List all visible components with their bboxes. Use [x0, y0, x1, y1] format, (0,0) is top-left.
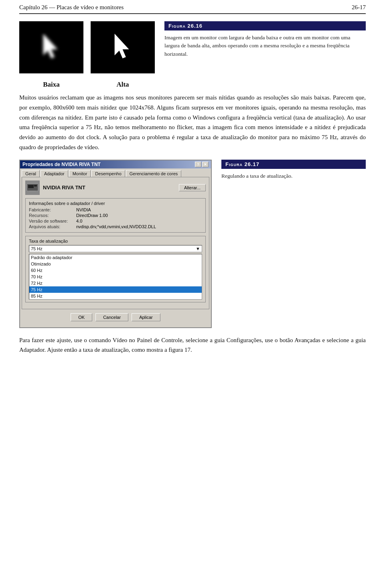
info-row-versao: Versão de software: 4.0	[29, 219, 202, 223]
taxa-item-otimizado[interactable]: Otimizado	[29, 261, 202, 267]
figure-17-title: Figura 26.17	[221, 160, 366, 169]
svg-rect-6	[36, 191, 37, 192]
taxa-dropdown[interactable]: 75 Hz ▼	[29, 245, 202, 252]
cursor-box-low	[19, 21, 83, 73]
taxa-item-72hz[interactable]: 72 Hz	[29, 280, 202, 286]
info-label-fabricante: Fabricante:	[29, 207, 73, 212]
dropdown-arrow-icon: ▼	[196, 246, 200, 251]
dialog-title: Propriedades de NVIDIA RIVA TNT	[22, 162, 101, 167]
info-value-fabricante: NVIDIA	[76, 207, 91, 212]
dialog-help-button[interactable]: ?	[195, 162, 201, 167]
dialog-tabs: Geral Adaptador Monitor Desempenho Geren…	[20, 168, 211, 177]
tab-monitor[interactable]: Monitor	[69, 170, 91, 177]
figure-16-caption-box: Figura 26.16 Imagem em um monitor com la…	[164, 21, 366, 58]
info-value-arquivos: nvdisp.drv,*vdd,nvmini,vxd,NVDD32.DLL	[76, 224, 156, 229]
svg-marker-0	[43, 34, 57, 58]
header-page-number: 26-17	[352, 4, 366, 11]
figure-16-images: Baixa Alta	[19, 21, 155, 89]
taxa-title: Taxa de atualização	[29, 239, 202, 243]
info-label-versao: Versão de software:	[29, 219, 73, 223]
info-row-fabricante: Fabricante: NVIDIA	[29, 207, 202, 212]
info-group-title: Informações sobre o adaptador / driver	[29, 201, 202, 206]
tab-geral[interactable]: Geral	[22, 170, 40, 177]
taxa-group: Taxa de atualização 75 Hz ▼ Padrão do ad…	[25, 236, 206, 302]
ok-button[interactable]: OK	[71, 313, 92, 321]
main-paragraph: Muitos usuários reclamam que as imagens …	[19, 93, 366, 152]
info-label-arquivos: Arquivos atuais:	[29, 224, 73, 229]
label-alta: Alta	[91, 81, 155, 89]
cancelar-button[interactable]: Cancelar	[95, 313, 128, 321]
taxa-current-value: 75 Hz	[31, 246, 43, 251]
info-value-versao: 4.0	[76, 219, 82, 223]
final-paragraph: Para fazer este ajuste, use o comando Ví…	[19, 335, 366, 355]
info-value-recursos: DirectDraw 1.00	[76, 213, 108, 218]
info-row-recursos: Recursos: DirectDraw 1.00	[29, 213, 202, 218]
adapter-name: NVIDIA RIVA TNT	[43, 185, 85, 191]
tab-gerenciamento[interactable]: Gerenciamento de cores	[126, 170, 181, 177]
info-group: Informações sobre o adaptador / driver F…	[25, 198, 206, 233]
dialog-body: NVIDIA RIVA TNT Alterar... Informações s…	[22, 177, 209, 309]
dialog-footer: OK Cancelar Aplicar	[20, 311, 211, 324]
label-baixa: Baixa	[19, 81, 83, 89]
figure-16-section: Baixa Alta Figura 26.16 Imagem em um mon…	[19, 21, 366, 89]
dialog-close-button[interactable]: ✕	[202, 162, 209, 167]
header-chapter: Capítulo 26 — Placas de vídeo e monitore…	[19, 4, 124, 11]
dialog-mock[interactable]: Propriedades de NVIDIA RIVA TNT ? ✕ Gera…	[19, 160, 212, 328]
cursor-labels-row: Baixa Alta	[19, 81, 155, 89]
aplicar-button[interactable]: Aplicar	[132, 313, 160, 321]
cursor-images-row	[19, 21, 155, 73]
figure-16-title: Figura 26.16	[164, 21, 366, 30]
page-header: Capítulo 26 — Placas de vídeo e monitore…	[19, 0, 366, 14]
svg-rect-5	[28, 191, 29, 192]
figure-17-section: Propriedades de NVIDIA RIVA TNT ? ✕ Gera…	[19, 160, 366, 328]
taxa-item-60hz[interactable]: 60 Hz	[29, 267, 202, 274]
taxa-item-75hz[interactable]: 75 Hz	[29, 286, 202, 293]
tab-desempenho[interactable]: Desempenho	[91, 170, 125, 177]
taxa-item-85hz[interactable]: 85 Hz	[29, 293, 202, 299]
figure-17-caption-box: Figura 26.17 Regulando a taxa de atualiz…	[221, 160, 366, 180]
taxa-item-70hz[interactable]: 70 Hz	[29, 274, 202, 280]
taxa-listbox[interactable]: Padrão do adaptador Otimizado 60 Hz 70 H…	[29, 254, 202, 300]
tab-adaptador[interactable]: Adaptador	[41, 170, 68, 177]
svg-rect-3	[28, 185, 34, 188]
figure-16-caption: Imagem em um monitor com largura de band…	[164, 34, 366, 58]
info-row-arquivos: Arquivos atuais: nvdisp.drv,*vdd,nvmini,…	[29, 224, 202, 229]
cursor-box-high	[91, 21, 155, 73]
alterar-button[interactable]: Alterar...	[179, 184, 206, 191]
dialog-titlebar: Propriedades de NVIDIA RIVA TNT ? ✕	[20, 160, 211, 168]
taxa-item-padrao[interactable]: Padrão do adaptador	[29, 254, 202, 261]
figure-17-caption: Regulando a taxa de atualização.	[221, 172, 366, 180]
info-label-recursos: Recursos:	[29, 213, 73, 218]
cursor-sharp-icon	[111, 33, 135, 61]
svg-rect-4	[34, 185, 37, 187]
svg-marker-1	[115, 34, 128, 58]
adapter-icon	[25, 180, 40, 195]
adapter-row: NVIDIA RIVA TNT Alterar...	[25, 180, 206, 195]
dialog-titlebar-buttons: ? ✕	[195, 162, 209, 167]
cursor-blurry-icon	[39, 33, 63, 61]
